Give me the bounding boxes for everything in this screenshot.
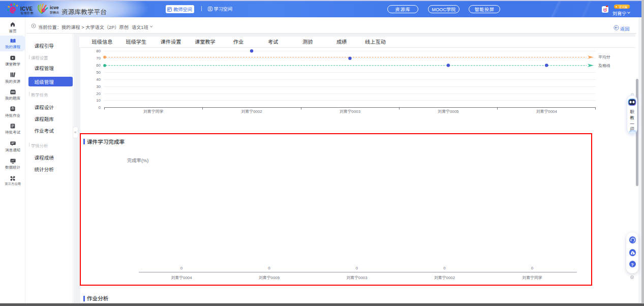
svg-text:刘育宁0004: 刘育宁0004 — [536, 109, 558, 114]
svg-text:icve: icve — [50, 5, 59, 10]
svg-text:刘育宁0005: 刘育宁0005 — [438, 109, 459, 114]
svg-text:40: 40 — [96, 77, 101, 82]
svg-text:智慧职教: 智慧职教 — [21, 11, 34, 15]
svg-text:50: 50 — [96, 70, 101, 75]
svg-text:30: 30 — [96, 84, 101, 89]
svg-text:及格线: 及格线 — [598, 64, 610, 68]
svg-text:10: 10 — [96, 98, 101, 103]
svg-text:刘育宁0002: 刘育宁0002 — [241, 109, 262, 114]
svg-text:0: 0 — [99, 105, 101, 110]
svg-text:20: 20 — [96, 91, 101, 96]
svg-text:刘育宁0003: 刘育宁0003 — [340, 109, 361, 114]
svg-text:70: 70 — [96, 56, 101, 60]
svg-text:60: 60 — [96, 63, 101, 68]
svg-text:平均分: 平均分 — [598, 55, 610, 59]
svg-text:职教云: 职教云 — [50, 10, 59, 15]
svg-text:80: 80 — [96, 49, 101, 53]
svg-text:刘育宁同学: 刘育宁同学 — [143, 109, 164, 114]
